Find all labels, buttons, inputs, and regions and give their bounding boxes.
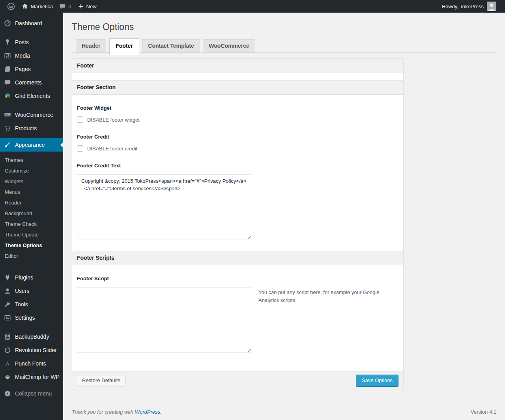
sidebar-item-label: Dashboard [15, 20, 42, 26]
sidebar-item-products[interactable]: Products [0, 122, 63, 135]
site-name-label: Marketica [31, 4, 53, 9]
monkey-icon [3, 373, 12, 381]
new-label: New [86, 4, 97, 9]
plus-icon [78, 3, 84, 9]
footer-widget-label: Footer Widget [77, 105, 398, 111]
svg-text:A: A [6, 361, 9, 367]
sidebar-item-media[interactable]: Media [0, 49, 63, 62]
media-icon [3, 52, 12, 59]
submenu-item-theme-check[interactable]: Theme Check [0, 219, 63, 229]
submenu-item-background[interactable]: Background [0, 208, 63, 219]
howdy-account-menu[interactable]: Howdy, TokoPress [436, 0, 499, 13]
sidebar-item-label: Posts [15, 39, 29, 45]
main-content: Theme Options Header Footer Contact Temp… [63, 0, 505, 420]
wordpress-link[interactable]: WordPress [135, 409, 160, 415]
save-options-button[interactable]: Save Options [356, 375, 398, 386]
sidebar-item-settings[interactable]: Settings [0, 311, 63, 324]
sidebar-item-label: WooCommerce [15, 112, 53, 118]
sidebar-item-woocommerce[interactable]: Woo WooCommerce [0, 108, 63, 122]
disable-footer-credit-label: DISABLE footer credit [87, 146, 137, 152]
comment-bubble-icon [59, 3, 66, 10]
plug-icon [3, 274, 12, 281]
footer-scripts-body: Footer Script You can put any script her… [72, 265, 404, 371]
collapse-menu-button[interactable]: Collapse menu [0, 387, 63, 400]
footer-script-help-text: You can put any script here, for example… [258, 287, 381, 304]
refresh-icon [3, 347, 12, 354]
submenu-item-editor[interactable]: Editor [0, 251, 63, 261]
disable-footer-widget-label: DISABLE footer widget [87, 117, 140, 123]
sidebar-item-dashboard[interactable]: Dashboard [0, 17, 63, 30]
new-content-menu[interactable]: New [75, 0, 100, 13]
page-title: Theme Options [72, 21, 496, 33]
footer-credit-label: Footer Credit [77, 134, 398, 140]
footer-credit-checkbox-row: DISABLE footer credit [77, 145, 398, 152]
sidebar-item-label: Products [15, 125, 37, 131]
sidebar-item-posts[interactable]: Posts [0, 36, 63, 49]
wrench-icon [3, 301, 12, 308]
disable-footer-widget-checkbox[interactable] [77, 116, 83, 123]
submenu-item-customize[interactable]: Customize [0, 165, 63, 176]
home-icon [21, 3, 28, 10]
appearance-submenu: Themes Customize Widgets Menus Header Ba… [0, 152, 63, 265]
submenu-item-themes[interactable]: Themes [0, 155, 63, 165]
pin-icon [3, 39, 12, 46]
sidebar-item-label: Revolution Slider [15, 347, 57, 353]
submenu-item-header[interactable]: Header [0, 197, 63, 208]
collapse-menu-label: Collapse menu [15, 390, 52, 397]
sidebar-item-label: Tools [15, 301, 28, 308]
tab-header[interactable]: Header [76, 39, 106, 53]
user-icon [3, 287, 12, 294]
submenu-item-widgets[interactable]: Widgets [0, 176, 63, 187]
submenu-item-theme-options[interactable]: Theme Options [0, 240, 63, 251]
sidebar-item-pages[interactable]: Pages [0, 62, 63, 76]
comments-menu[interactable]: 0 [56, 0, 74, 13]
site-name-menu[interactable]: Marketica [18, 0, 56, 13]
footer-credit-text-textarea[interactable]: Copyright &copy; 2015 TokoPress<span><a … [77, 174, 251, 240]
footer-script-textarea[interactable] [77, 287, 251, 353]
submenu-item-menus[interactable]: Menus [0, 187, 63, 197]
current-menu-arrow-icon [60, 142, 63, 148]
sidebar-item-tools[interactable]: Tools [0, 298, 63, 311]
sidebar-item-punch-fonts[interactable]: A Punch Fonts [0, 357, 63, 370]
footer-script-label: Footer Script [77, 276, 398, 281]
footer-widget-checkbox-row: DISABLE footer widget [77, 116, 398, 123]
sidebar-item-label: Appearance [15, 142, 45, 148]
tab-woocommerce[interactable]: WooCommerce [203, 39, 255, 53]
sidebar-item-mailchimp[interactable]: MailChimp for WP [0, 370, 63, 384]
sidebar-item-label: Grid Elements [15, 93, 50, 99]
submenu-item-theme-update[interactable]: Theme Update [0, 229, 63, 240]
sidebar-item-plugins[interactable]: Plugins [0, 271, 63, 284]
sidebar-item-label: MailChimp for WP [15, 374, 60, 380]
sidebar-item-label: Media [15, 52, 30, 59]
letter-a-icon: A [3, 360, 12, 367]
comments-count-badge: 0 [68, 4, 71, 9]
sliders-icon [3, 314, 12, 321]
sidebar-item-backupbuddy[interactable]: BackupBuddy [0, 330, 63, 343]
tab-footer[interactable]: Footer [109, 38, 139, 55]
wordpress-logo-icon [7, 2, 15, 10]
tab-contact-template[interactable]: Contact Template [142, 39, 200, 53]
cart-icon [3, 125, 12, 132]
sidebar-item-label: Pages [15, 66, 31, 72]
sidebar-item-appearance[interactable]: Appearance [0, 138, 63, 152]
sidebar-item-users[interactable]: Users [0, 284, 63, 298]
admin-footer: Thank you for creating with WordPress. V… [72, 409, 496, 420]
svg-text:Woo: Woo [6, 114, 10, 116]
sidebar-item-revolution-slider[interactable]: Revolution Slider [0, 343, 63, 357]
footer-panel-header: Footer [72, 58, 404, 73]
restore-defaults-button[interactable]: Restore Defaults [77, 375, 125, 386]
sidebar-item-comments[interactable]: Comments [0, 76, 63, 89]
sidebar-item-label: Users [15, 288, 30, 294]
sidebar-item-label: Punch Fonts [15, 360, 46, 367]
footer-scripts-header: Footer Scripts [72, 251, 404, 265]
actions-bar: Restore Defaults Save Options [72, 371, 404, 390]
tab-bar: Header Footer Contact Template WooCommer… [72, 38, 496, 53]
wordpress-logo-menu[interactable] [4, 0, 18, 13]
footer-credit-text-label: Footer Credit Text [77, 163, 398, 169]
sidebar-item-label: Comments [15, 79, 42, 86]
sidebar-item-grid-elements[interactable]: Grid Elements [0, 89, 63, 103]
avatar [487, 2, 496, 11]
version-label: Version 4.1 [471, 409, 496, 415]
woocommerce-badge-icon: Woo [3, 111, 12, 118]
disable-footer-credit-checkbox[interactable] [77, 145, 83, 152]
